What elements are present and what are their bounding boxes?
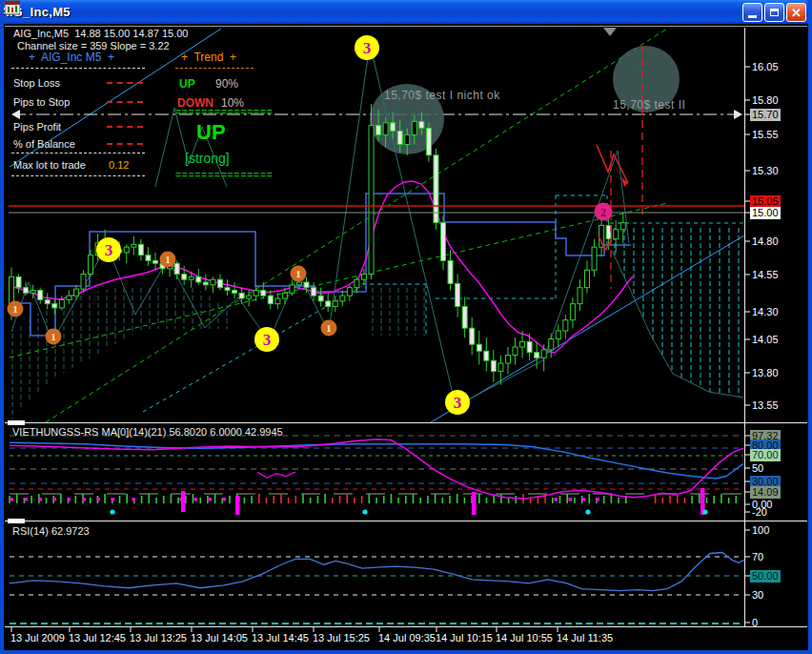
- time-axis-label: 13 Jul 12:45: [67, 632, 128, 644]
- time-axis-label: 14 Jul 09:35: [376, 632, 437, 644]
- signal-number: 1: [51, 331, 56, 342]
- price-axis-label: 13.80: [750, 367, 781, 379]
- price-axis-label: 14.30: [750, 306, 781, 318]
- signal-number: 3: [454, 394, 462, 412]
- trend-header: + Trend +: [181, 51, 236, 64]
- rsi-axis-label: 0: [750, 617, 760, 629]
- time-axis-label: 13 Jul 2009: [9, 632, 67, 644]
- indicator1-magenta-blip: [257, 472, 295, 478]
- time-axis-label: 13 Jul 13:25: [128, 632, 189, 644]
- trendline-green-dashed: [46, 29, 667, 422]
- trend-equals-row: ===============: [175, 170, 274, 180]
- trend-up-value: 90%: [215, 77, 238, 91]
- rsi-axis-label: 100: [750, 524, 771, 537]
- price-axis-label: 14.80: [750, 235, 781, 248]
- indicator1-header: VIETHUNGSS-RS MA[0](14)(21) 56.8020 6.00…: [12, 426, 283, 438]
- pct-balance-dashes: [107, 143, 143, 145]
- panel-grip[interactable]: [8, 420, 25, 425]
- max-lot-value: 0.12: [109, 159, 129, 171]
- annotation-test2: 15,70$ test II: [613, 98, 685, 112]
- price-axis-label: 15.80: [750, 94, 781, 107]
- price-axis-label: 13.55: [750, 399, 781, 412]
- stop-loss-dashes: [107, 82, 143, 84]
- signal-number: 1: [12, 303, 18, 315]
- rsi-header: RSI(14) 62.9723: [12, 525, 90, 537]
- trend-up-label: UP: [179, 77, 195, 91]
- ichimoku-cloud-right: [611, 225, 743, 398]
- signal-number: 3: [263, 331, 272, 349]
- row-pips-profit: Pips Profit: [13, 121, 61, 133]
- ichimoku-cloud-left: [10, 288, 229, 421]
- trend-signal: UP: [196, 120, 226, 145]
- indicator1-plot: [10, 436, 743, 515]
- price-axis-label: 15.00: [750, 207, 781, 219]
- dashboard-separator: [11, 68, 145, 69]
- rsi-axis-label: 30: [750, 589, 765, 602]
- gray-triangle-marker: [603, 28, 617, 36]
- signal-number: 1: [326, 322, 332, 334]
- signal-number: 2: [600, 206, 606, 219]
- panel-grip[interactable]: [8, 519, 25, 523]
- row-max-lot: Max lot to trade: [13, 159, 86, 171]
- row-pct-balance: % of Balance: [13, 138, 75, 150]
- annotation-test1: 15,70$ test I nicht ok: [384, 89, 500, 102]
- row-pips-to-stop: Pips to Stop: [13, 96, 70, 108]
- signal-number: 1: [165, 254, 171, 265]
- price-axis-label: 15.70: [750, 109, 781, 121]
- indicator1-axis-label: 70.00: [750, 449, 781, 461]
- time-axis-label: 14 Jul 11:35: [555, 632, 615, 644]
- level-arrow-left: [11, 110, 20, 119]
- pips-profit-dashes: [107, 126, 143, 128]
- ohlc-readout: AIG_Inc,M5 14.88 15.00 14.87 15.00: [13, 28, 188, 39]
- mt4-chart-window: { "window": { "title": "AIG_Inc,M5", "bu…: [0, 0, 812, 654]
- ichimoku-cloud-mid: [365, 284, 426, 336]
- time-axis-label: 13 Jul 15:25: [311, 632, 372, 644]
- minimize-button[interactable]: [742, 3, 762, 22]
- time-axis-label: 13 Jul 14:45: [250, 632, 311, 644]
- title-bar[interactable]: AIG_Inc,M5 ✕: [0, 0, 812, 24]
- trend-separator: [175, 68, 254, 69]
- indicator1-axis-label: 50: [750, 462, 765, 475]
- rsi-axis-label: 50.00: [750, 570, 781, 582]
- dashboard-separator: [11, 153, 145, 153]
- time-axis-label: 14 Jul 10:15: [434, 632, 495, 644]
- signal-number: 1: [295, 268, 301, 279]
- minimize-icon: [748, 15, 757, 18]
- level-arrow-right: [734, 110, 742, 119]
- red-zigzag-arrow: [597, 145, 628, 183]
- app-icon: [5, 0, 20, 15]
- indicator1-axis-label: -20: [750, 506, 769, 519]
- main-chart-plot: [9, 29, 744, 422]
- rsi-line: [10, 553, 744, 591]
- signal-number: 3: [363, 39, 372, 57]
- maximize-icon: [770, 9, 779, 16]
- rsi-axis-label: 70: [750, 551, 765, 563]
- row-stop-loss: Stop Loss: [13, 77, 60, 89]
- pips-to-stop-dashes: [107, 101, 143, 103]
- dashboard-separator: [11, 175, 145, 176]
- time-axis-label: 14 Jul 10:55: [494, 632, 555, 644]
- dashboard-symbol-header: + AIG_Inc M5 +: [29, 51, 114, 64]
- indicator1-axis-label: 14.09: [750, 486, 781, 499]
- price-axis-label: 15.30: [750, 165, 781, 177]
- trend-equals-row: ===============: [175, 107, 274, 117]
- time-axis-label: 13 Jul 14:05: [189, 632, 250, 644]
- price-axis-label: 16.05: [750, 61, 781, 73]
- price-axis-label: 15.55: [750, 129, 781, 141]
- signal-number: 3: [105, 241, 113, 259]
- close-button[interactable]: ✕: [786, 3, 806, 22]
- price-axis-label: 14.05: [750, 334, 781, 346]
- price-axis-label: 14.55: [750, 269, 781, 281]
- maximize-button[interactable]: [764, 3, 784, 22]
- trend-signal-strength: [strong]: [185, 151, 230, 166]
- rsi-plot: [10, 553, 744, 624]
